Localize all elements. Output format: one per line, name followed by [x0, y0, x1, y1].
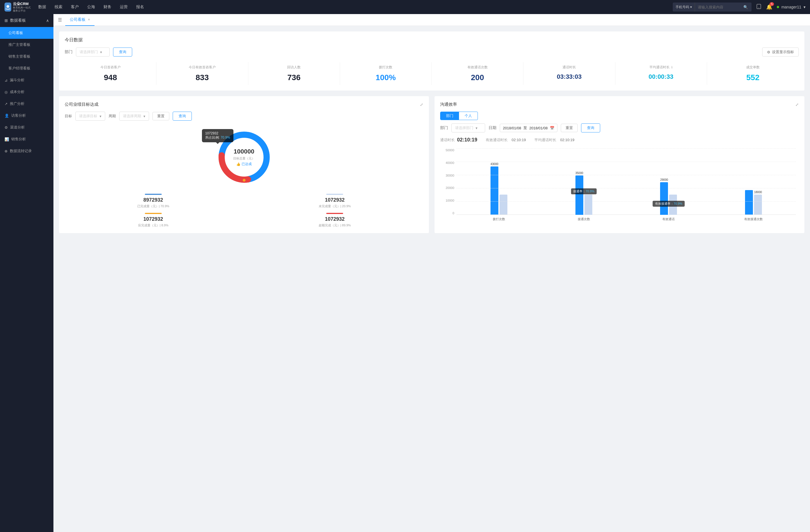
target-select[interactable]: 请选择目标 ▾: [75, 112, 105, 121]
bar-label-empty1: [503, 190, 504, 194]
bar-label-empty3: [673, 190, 674, 194]
dept-filter-label: 部门: [65, 49, 72, 54]
sidebar-section-header[interactable]: ⊞ 数据看板 ∧: [0, 14, 53, 27]
notification-icon[interactable]: 🔔 5: [766, 4, 772, 10]
help-icon: ℹ: [671, 66, 673, 69]
donut-chart-area: 1072932 所占比例: 70.9%: [65, 126, 423, 188]
sidebar-item-sales-board[interactable]: 销售主管看板: [0, 51, 53, 63]
tab-close-icon[interactable]: ✕: [88, 18, 90, 21]
nav-operations[interactable]: 运营: [120, 3, 128, 11]
today-section-title: 今日数据: [65, 37, 799, 43]
app-name: 云朵CRM: [13, 2, 33, 6]
comm-dept-select[interactable]: 请选择部门 ▾: [451, 123, 485, 132]
dept-select[interactable]: 请选择部门 ▾: [76, 48, 110, 56]
search-button[interactable]: 🔍: [740, 2, 751, 12]
target-chart-card: 公司业绩目标达成 ⤢ 目标 请选择目标 ▾ 周期 请选择周期 ▾: [59, 96, 429, 233]
sidebar-item-label: 销售分析: [11, 137, 26, 142]
comm-query-button[interactable]: 查询: [581, 123, 600, 132]
nav-leads[interactable]: 线索: [54, 3, 62, 11]
nav-customers[interactable]: 客户: [71, 3, 79, 11]
comm-call-value: 02:10:19: [457, 137, 477, 143]
connect-rate-label: 接通率：: [573, 189, 586, 193]
sidebar-item-visitor[interactable]: 👤 访客分析: [0, 110, 53, 121]
stat-first-consult: 今日首咨客户 948: [65, 62, 156, 85]
visitor-icon: 👤: [4, 114, 9, 118]
comm-dept-label: 部门: [440, 126, 448, 131]
sidebar-item-customer-board[interactable]: 客户经理看板: [0, 63, 53, 74]
date-to: 2018/01/08: [529, 126, 548, 130]
nav-signup[interactable]: 报名: [136, 3, 144, 11]
logo-icon: [4, 2, 11, 12]
tab-dept[interactable]: 部门: [440, 112, 459, 120]
stat-value-incomplete: 1072932: [246, 197, 424, 203]
donut-center-value: 100000: [233, 148, 255, 155]
settings-icon: ⚙: [767, 50, 770, 54]
date-from: 2018/01/08: [503, 126, 521, 130]
thumbs-up-icon: 👍: [236, 162, 241, 166]
comm-effective: 有效通话时长 02:10:19: [486, 137, 526, 143]
tab-bar: ☰ 公司看板 ✕: [53, 14, 810, 26]
nav-public[interactable]: 公海: [87, 3, 95, 11]
nav-finance[interactable]: 财务: [103, 3, 111, 11]
main-content: ☰ 公司看板 ✕ 今日数据 部门 请选择部门 ▾ 查询: [53, 14, 810, 532]
stat-value: 03:33:03: [526, 73, 613, 80]
sidebar-item-channel[interactable]: ⚙ 渠道分析: [0, 121, 53, 133]
period-select[interactable]: 请选择周期 ▾: [119, 112, 149, 121]
settings-display-button[interactable]: ⚙ 设置显示指标: [762, 48, 799, 56]
y-label-30000: 30000: [446, 174, 454, 177]
user-menu[interactable]: manager11 ▾: [777, 5, 806, 9]
hamburger-icon[interactable]: ☰: [58, 17, 62, 22]
sidebar-collapse-icon[interactable]: ∧: [46, 18, 49, 23]
today-query-button[interactable]: 查询: [113, 48, 132, 56]
promo-icon: ↗: [4, 102, 7, 106]
dataflow-icon: ⊕: [4, 149, 7, 153]
target-label: 目标: [65, 114, 72, 119]
sidebar-item-label: 推广分析: [10, 101, 25, 106]
stat-label: 成交单数: [709, 65, 796, 70]
stat-value-should: 1072932: [65, 216, 242, 222]
sales-icon: 📊: [4, 137, 9, 142]
stat-revisit: 回访人数 736: [248, 62, 340, 85]
today-filter-left: 部门 请选择部门 ▾ 查询: [65, 48, 132, 56]
bar-chart-area: 50000 40000 30000 20000 10000 0: [440, 148, 799, 221]
sidebar-item-data-flow[interactable]: ⊕ 数据流转记录: [0, 145, 53, 157]
stat-bar-over: [326, 213, 343, 214]
sidebar-item-cost[interactable]: ◎ 成本分析: [0, 86, 53, 98]
target-query-button[interactable]: 查询: [173, 112, 192, 121]
logo: 云朵CRM 教育机构一站式服务云平台: [4, 2, 33, 12]
stat-label: 平均通话时长 ℹ: [618, 65, 704, 70]
sidebar-item-label: 公司看板: [9, 31, 23, 35]
stat-call-duration: 通话时长 03:33:03: [523, 62, 615, 85]
expand-icon[interactable]: ⤢: [420, 102, 423, 107]
tab-person[interactable]: 个人: [459, 112, 477, 120]
target-chart-title: 公司业绩目标达成: [65, 102, 98, 107]
target-reset-button[interactable]: 重置: [152, 112, 169, 120]
comm-date-range[interactable]: 2018/01/08 至 2018/01/08 📅: [500, 124, 557, 132]
bar-connect-sub: [584, 195, 592, 215]
target-stat-over: 1072932 超额完成（元）| 89.9%: [246, 213, 424, 228]
tablet-icon[interactable]: [756, 4, 762, 11]
funnel-icon: ⊿: [4, 78, 7, 82]
search-input[interactable]: [695, 5, 740, 9]
comm-expand-icon[interactable]: ⤢: [795, 102, 799, 107]
stat-deals: 成交单数 552: [707, 62, 799, 85]
target-stat-completed: 8972932 已完成量（元）| 70.9%: [65, 194, 242, 209]
tab-company-board[interactable]: 公司看板 ✕: [65, 14, 95, 26]
stat-label-completed: 已完成量（元）| 70.9%: [65, 204, 242, 209]
sidebar-item-promo-board[interactable]: 推广主管看板: [0, 39, 53, 51]
sidebar-item-promo[interactable]: ↗ 推广分析: [0, 98, 53, 110]
search-type-selector[interactable]: 手机号码 ▾: [673, 2, 695, 12]
nav-items: 数据 线索 客户 公海 财务 运营 报名: [38, 3, 673, 11]
bar-group-dial-bars: 43000: [490, 163, 507, 215]
achieved-label: 已达成: [242, 162, 252, 166]
bar-connect-main: [576, 176, 583, 215]
sidebar-item-sales[interactable]: 📊 销售分析: [0, 133, 53, 145]
sidebar-item-company-board[interactable]: 公司看板: [0, 27, 53, 39]
comm-reset-button[interactable]: 重置: [561, 124, 578, 132]
target-chart-header: 公司业绩目标达成 ⤢: [65, 102, 423, 107]
comm-filter-row2: 部门 请选择部门 ▾ 日期 2018/01/08 至 2018/01/08 📅: [440, 123, 799, 132]
sidebar-grid-icon: ⊞: [4, 18, 8, 23]
nav-data[interactable]: 数据: [38, 3, 46, 11]
stat-label: 今日有效首咨客户: [159, 65, 245, 70]
sidebar-item-funnel[interactable]: ⊿ 漏斗分析: [0, 74, 53, 86]
